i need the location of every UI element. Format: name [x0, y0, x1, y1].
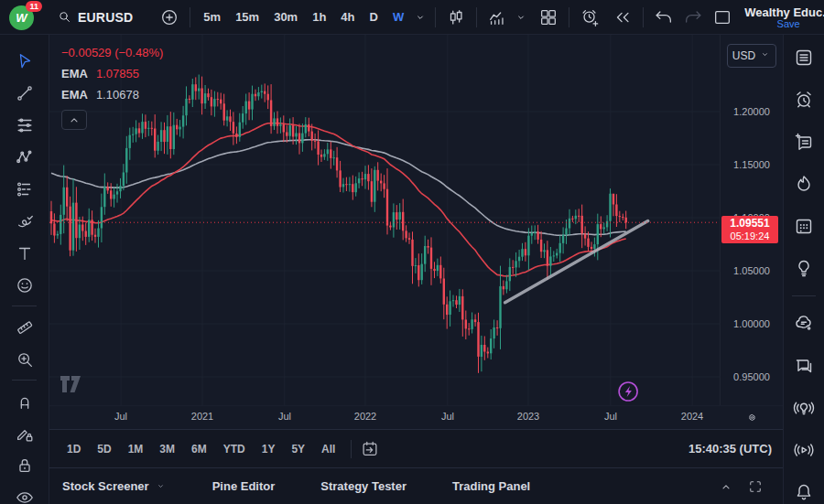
hotlists-icon[interactable] [784, 163, 824, 205]
trend-line-icon[interactable] [0, 77, 49, 109]
projection-icon[interactable] [0, 173, 49, 205]
range-6m[interactable]: 6M [183, 437, 215, 461]
create-alert-icon[interactable] [575, 5, 604, 30]
undo-icon[interactable] [649, 5, 678, 30]
bottom-tabs: Stock ScreenerPine EditorStrategy Tester… [62, 479, 576, 493]
drawing-lock-icon[interactable] [0, 417, 49, 449]
ema-fast-legend[interactable]: EMA 1.07855 [61, 63, 163, 84]
timeframe-4h[interactable]: 4h [333, 5, 362, 30]
ema-label: EMA [61, 63, 88, 84]
price-tick-label: 1.00000 [721, 318, 783, 329]
emoji-icon[interactable] [0, 269, 49, 301]
axis-settings-icon[interactable] [744, 410, 760, 425]
layout-name-save[interactable]: Wealthy Educ... Save [744, 5, 824, 29]
timeframe-W[interactable]: W [385, 5, 411, 30]
chats-icon[interactable] [784, 345, 824, 387]
ema-slow-legend[interactable]: EMA 1.10678 [61, 84, 163, 105]
currency-label: USD [732, 49, 755, 62]
notifications-icon[interactable] [784, 471, 824, 504]
price-tick-label: 1.05000 [721, 265, 783, 276]
account-menu-button[interactable]: W 11 [9, 4, 37, 31]
bar-replay-icon[interactable] [608, 5, 637, 30]
go-to-date-icon[interactable] [359, 438, 381, 460]
save-button[interactable]: Save [777, 18, 800, 29]
ema-slow-value: 1.10678 [96, 84, 139, 105]
ruler-icon[interactable] [0, 311, 49, 343]
cursor-icon[interactable] [0, 45, 49, 77]
text-icon[interactable] [0, 237, 49, 269]
price-tick-label: 1.20000 [721, 106, 783, 117]
screenshot-icon[interactable] [708, 5, 737, 30]
ema-fast-line[interactable] [51, 123, 626, 276]
range-1d[interactable]: 1D [59, 437, 89, 461]
compare-add-symbol-icon[interactable] [155, 5, 184, 30]
utc-clock[interactable]: 15:40:35 (UTC) [688, 442, 774, 456]
timeframe-30m[interactable]: 30m [266, 5, 305, 30]
drawing-toolbar [0, 35, 49, 504]
timeframe-D[interactable]: D [363, 5, 385, 30]
interval-chevron-down-icon[interactable] [411, 5, 429, 30]
range-3m[interactable]: 3M [151, 437, 183, 461]
brush-icon[interactable] [0, 205, 49, 237]
panel-expand-chevron-up-icon[interactable] [715, 476, 737, 498]
live-ideas-icon[interactable] [784, 387, 824, 429]
calendar-icon[interactable] [784, 205, 824, 247]
time-tick-label: Jul [278, 411, 291, 422]
ema-slow-line[interactable] [51, 140, 626, 235]
indicators-chevron-down-icon[interactable] [512, 5, 530, 30]
candle-style-icon[interactable] [441, 5, 471, 30]
range-1y[interactable]: 1Y [254, 437, 284, 461]
xabcd-pattern-icon[interactable] [0, 141, 49, 173]
tab-pine-editor[interactable]: Pine Editor [212, 479, 276, 493]
tab-strategy-tester[interactable]: Strategy Tester [320, 479, 407, 493]
fib-retracement-icon[interactable] [0, 109, 49, 141]
redo-icon[interactable] [678, 5, 708, 30]
timeframe-15m[interactable]: 15m [228, 5, 266, 30]
time-tick-label: Jul [441, 411, 454, 422]
range-5d[interactable]: 5D [89, 437, 119, 461]
symbol-search[interactable]: EURUSD [57, 9, 133, 25]
magnet-icon[interactable] [0, 385, 49, 417]
date-range-toolbar: 1D5D1M3M6MYTD1Y5YAll 15:40:35 (UTC) [49, 429, 783, 467]
layouts-grid-icon[interactable] [534, 5, 563, 30]
eye-icon[interactable] [0, 481, 49, 504]
event-lightning-badge[interactable] [619, 382, 637, 401]
panel-maximize-icon[interactable] [744, 476, 766, 498]
range-1m[interactable]: 1M [120, 437, 152, 461]
chart-pane[interactable]: −0.00529 (−0.48%) EMA 1.07855 EMA 1.1067… [49, 35, 720, 405]
time-axis[interactable]: Jul2021Jul2022Jul2023Jul2024 [49, 405, 783, 429]
indicators-icon[interactable] [482, 5, 512, 30]
chart-legend: −0.00529 (−0.48%) EMA 1.07855 EMA 1.1067… [61, 42, 163, 130]
chat-cloud-icon[interactable] [784, 303, 824, 345]
range-all[interactable]: All [313, 437, 343, 461]
timeframe-1h[interactable]: 1h [305, 5, 333, 30]
tab-label: Stock Screener [62, 479, 149, 493]
toolbar-divider [351, 440, 352, 458]
range-ytd[interactable]: YTD [215, 437, 254, 461]
legend-collapse-button[interactable] [61, 110, 87, 130]
search-icon [57, 9, 72, 25]
price-change-text: −0.00529 (−0.48%) [61, 42, 163, 63]
lock-icon[interactable] [0, 449, 49, 481]
currency-dropdown[interactable]: USD [727, 44, 776, 68]
zoom-in-icon[interactable] [0, 343, 49, 375]
range-5y[interactable]: 5Y [283, 437, 313, 461]
timeframe-group: 5m15m30m1h4hDW [196, 5, 411, 30]
timeframe-5m[interactable]: 5m [196, 5, 228, 30]
ema-label: EMA [61, 84, 88, 105]
header-right-group: Wealthy Educ... Save [708, 5, 824, 30]
tab-stock-screener[interactable]: Stock Screener [62, 479, 167, 493]
toolbar-divider [643, 7, 644, 27]
watchlist-icon[interactable] [784, 37, 824, 79]
price-tick-label: 0.95000 [721, 371, 783, 382]
ideas-icon[interactable] [784, 247, 824, 289]
layout-name[interactable]: Wealthy Educ... [744, 5, 824, 19]
tab-trading-panel[interactable]: Trading Panel [452, 479, 530, 493]
time-tick-label: 2022 [354, 411, 376, 422]
bottom-panel: Stock ScreenerPine EditorStrategy Tester… [49, 467, 783, 504]
price-axis[interactable]: USD 1.200001.150001.100001.050001.000000… [720, 35, 783, 405]
streams-icon[interactable] [784, 429, 824, 471]
current-price-value: 1.09551 [721, 217, 778, 231]
alerts-icon[interactable] [784, 79, 824, 121]
notes-icon[interactable] [784, 121, 824, 163]
